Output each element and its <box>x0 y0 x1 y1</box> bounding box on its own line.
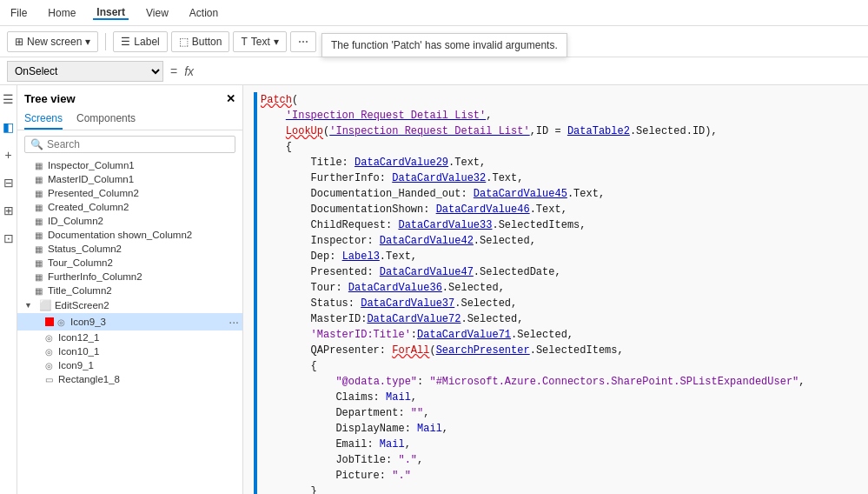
code-block: Patch( 'Inspection Request Detail List',… <box>254 92 858 494</box>
code-line: Claims: Mail, <box>261 390 858 405</box>
code-line: Inspector: DataCardValue42.Selected, <box>261 233 858 249</box>
more-options-icon[interactable]: ··· <box>229 315 242 329</box>
grid-icon: ▦ <box>35 161 43 170</box>
screen-icon: ⬜ <box>39 299 51 311</box>
list-item[interactable]: ▦ Inspector_Column1 <box>17 158 242 172</box>
list-item[interactable]: ▦ Documentation shown_Column2 <box>17 228 242 242</box>
tab-screens[interactable]: Screens <box>24 109 63 130</box>
new-screen-button[interactable]: ⊞ New screen ▾ <box>7 31 98 52</box>
search-icon: 🔍 <box>30 138 43 150</box>
error-tooltip: The function 'Patch' has some invalid ar… <box>321 33 567 57</box>
grid-icon: ▦ <box>35 189 43 198</box>
code-line: DocumentationShown: DataCardValue46.Text… <box>261 202 858 217</box>
code-line: { <box>261 139 858 155</box>
grid-icon: ▦ <box>35 230 43 240</box>
grid-icon: ▦ <box>35 217 43 226</box>
plus-icon[interactable]: + <box>4 148 11 162</box>
list-item[interactable]: ▦ Tour_Column2 <box>17 256 242 270</box>
insert-icon: ⋯ <box>298 36 308 48</box>
tab-components[interactable]: Components <box>76 109 136 130</box>
list-item[interactable]: ▦ Status_Column2 <box>17 242 242 256</box>
code-line: 'Inspection Request Detail List', <box>261 108 858 124</box>
code-line: Picture: "." <box>261 468 858 484</box>
rectangle-icon: ▭ <box>45 375 53 384</box>
dropdown-arrow-icon: ▾ <box>85 36 90 48</box>
menubar: File Home Insert View Action <box>0 0 868 26</box>
code-line: LookUp('Inspection Request Detail List',… <box>261 124 858 139</box>
icon-component-icon: ◎ <box>45 333 53 343</box>
layers-icon[interactable]: ◧ <box>3 120 14 134</box>
list-item[interactable]: ▦ Presented_Column2 <box>17 186 242 200</box>
code-line: Presented: DataCardValue47.SelectedDate, <box>261 264 858 280</box>
database-icon[interactable]: ⊟ <box>3 176 14 190</box>
text-button[interactable]: T Text ▾ <box>233 31 286 52</box>
code-line: Status: DataCardValue37.Selected, <box>261 296 858 311</box>
code-line: } <box>261 484 858 494</box>
menu-action[interactable]: Action <box>186 7 222 19</box>
grid-icon: ▦ <box>35 175 43 184</box>
property-select[interactable]: OnSelect <box>7 61 163 82</box>
sidebar-icons: ☰ ◧ + ⊟ ⊞ ⊡ <box>0 85 17 494</box>
list-item[interactable]: ▦ MasterID_Column1 <box>17 172 242 186</box>
list-item-rectangle1-8[interactable]: ▭ Rectangle1_8 <box>17 372 242 386</box>
menu-home[interactable]: Home <box>44 7 79 19</box>
code-line: Dep: Label3.Text, <box>261 249 858 264</box>
new-screen-icon: ⊞ <box>15 36 23 48</box>
tree-content: ▦ Inspector_Column1 ▦ MasterID_Column1 ▦… <box>17 158 242 494</box>
formulabar: OnSelect = fx <box>0 57 868 85</box>
separator1 <box>105 33 106 50</box>
insert-more-button[interactable]: ⋯ <box>290 31 316 52</box>
code-line: ChildRequest: DataCardValue33.SelectedIt… <box>261 217 858 233</box>
list-item-icon9-3[interactable]: ◎ Icon9_3 ··· <box>17 313 242 330</box>
label-button[interactable]: ☰ Label <box>113 31 167 52</box>
tree-header: Tree view ✕ <box>17 85 242 109</box>
button-button[interactable]: ⬚ Button <box>171 31 230 52</box>
button-icon: ⬚ <box>179 36 189 48</box>
code-line: 'MasterID:Title':DataCardValue71.Selecte… <box>261 327 858 343</box>
list-item[interactable]: ▦ FurtherInfo_Column2 <box>17 270 242 284</box>
list-item-icon10-1[interactable]: ◎ Icon10_1 <box>17 344 242 358</box>
tree-tabs: Screens Components <box>17 109 242 130</box>
tree-panel: Tree view ✕ Screens Components 🔍 ▦ Inspe… <box>17 85 243 494</box>
hamburger-icon[interactable]: ☰ <box>3 92 14 106</box>
code-line: Patch( <box>261 92 858 108</box>
code-line: Tour: DataCardValue36.Selected, <box>261 280 858 296</box>
fx-label: fx <box>184 64 194 78</box>
main-layout: ☰ ◧ + ⊟ ⊞ ⊡ Tree view ✕ Screens Componen… <box>0 85 868 494</box>
text-icon: T <box>241 36 247 48</box>
close-icon[interactable]: ✕ <box>226 92 235 105</box>
icon-component-icon: ◎ <box>57 317 65 327</box>
grid-icon: ▦ <box>35 286 43 296</box>
list-item[interactable]: ▦ Created_Column2 <box>17 200 242 214</box>
search-input[interactable] <box>47 138 229 150</box>
error-indicator <box>45 317 54 326</box>
list-item-icon9-1[interactable]: ◎ Icon9_1 <box>17 358 242 372</box>
code-line: "@odata.type": "#Microsoft.Azure.Connect… <box>261 374 858 390</box>
screen-item-editscreen2[interactable]: ▼ ⬜ EditScreen2 <box>17 297 242 313</box>
variable-icon[interactable]: ⊞ <box>3 204 14 217</box>
controls-icon[interactable]: ⊡ <box>3 231 14 245</box>
equals-sign: = <box>170 64 177 78</box>
code-line: Documentation_Handed_out: DataCardValue4… <box>261 186 858 202</box>
code-editor[interactable]: Patch( 'Inspection Request Detail List',… <box>243 85 868 494</box>
collapse-arrow-icon: ▼ <box>24 301 32 310</box>
code-line: JobTitle: ".", <box>261 452 858 468</box>
list-item[interactable]: ▦ Title_Column2 <box>17 284 242 297</box>
code-line: DisplayName: Mail, <box>261 421 858 437</box>
code-line: Email: Mail, <box>261 437 858 452</box>
list-item[interactable]: ▦ ID_Column2 <box>17 214 242 228</box>
menu-insert[interactable]: Insert <box>93 6 129 20</box>
icon-component-icon: ◎ <box>45 361 53 370</box>
code-line: QAPresenter: ForAll(SearchPresenter.Sele… <box>261 343 858 358</box>
code-line: { <box>261 358 858 374</box>
code-line: FurtherInfo: DataCardValue32.Text, <box>261 170 858 186</box>
grid-icon: ▦ <box>35 258 43 268</box>
list-item-icon12-1[interactable]: ◎ Icon12_1 <box>17 330 242 344</box>
menu-view[interactable]: View <box>142 7 172 19</box>
tree-search-box: 🔍 <box>24 136 235 153</box>
grid-icon: ▦ <box>35 272 43 282</box>
icon-component-icon: ◎ <box>45 347 53 357</box>
menu-file[interactable]: File <box>7 7 30 19</box>
code-line: MasterID:DataCardValue72.Selected, <box>261 311 858 327</box>
label-icon: ☰ <box>121 36 130 48</box>
